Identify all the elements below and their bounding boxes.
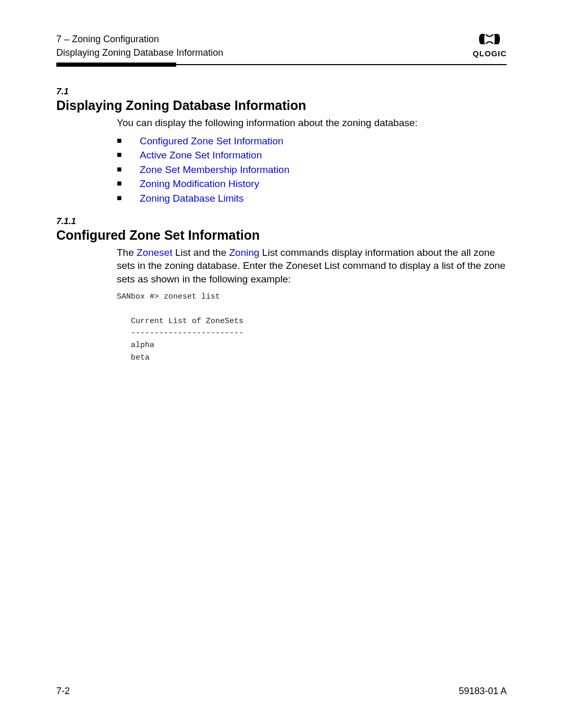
subsection-number: 7.1.1	[56, 216, 507, 227]
list-item: Zone Set Membership Information	[117, 163, 507, 177]
brand-logo: QLOGIC	[473, 32, 507, 58]
subsection-title: Configured Zone Set Information	[56, 228, 507, 243]
list-item: Zoning Database Limits	[117, 191, 507, 206]
link-active-zone-set[interactable]: Active Zone Set Information	[140, 150, 262, 161]
link-zoning-mod-history[interactable]: Zoning Modification History	[140, 178, 259, 189]
bullet-list: Configured Zone Set Information Active Z…	[117, 134, 507, 206]
header-rule	[56, 63, 507, 67]
link-zone-set-membership[interactable]: Zone Set Membership Information	[140, 164, 289, 175]
header-subtitle: Displaying Zoning Database Information	[56, 46, 223, 59]
link-zoning-cmd[interactable]: Zoning	[229, 247, 259, 258]
link-zoneset-cmd[interactable]: Zoneset	[137, 247, 173, 258]
body-paragraph: The Zoneset List and the Zoning List com…	[117, 246, 507, 286]
header-text-block: 7 – Zoning Configuration Displaying Zoni…	[56, 32, 223, 59]
brand-name: QLOGIC	[473, 49, 507, 58]
page-header: 7 – Zoning Configuration Displaying Zoni…	[56, 32, 507, 59]
list-item: Configured Zone Set Information	[117, 134, 507, 149]
list-item: Zoning Modification History	[117, 177, 507, 191]
document-id: 59183-01 A	[459, 686, 507, 697]
qlogic-icon	[478, 32, 501, 48]
page-number: 7-2	[56, 686, 70, 697]
link-zoning-db-limits[interactable]: Zoning Database Limits	[140, 193, 244, 204]
section-number: 7.1	[56, 87, 507, 97]
para-text: List and the	[173, 247, 229, 258]
para-text: The	[117, 247, 137, 258]
page-footer: 7-2 59183-01 A	[56, 686, 507, 697]
link-configured-zone-set[interactable]: Configured Zone Set Information	[140, 135, 284, 146]
list-item: Active Zone Set Information	[117, 148, 507, 163]
chapter-line: 7 – Zoning Configuration	[56, 32, 223, 46]
section-title: Displaying Zoning Database Information	[56, 98, 507, 113]
code-example: SANbox #> zoneset list Current List of Z…	[117, 291, 507, 364]
intro-paragraph: You can display the following informatio…	[117, 116, 507, 130]
